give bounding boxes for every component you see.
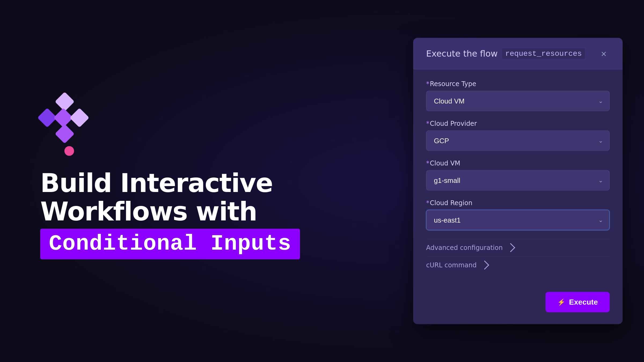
execute-button-label: Execute — [569, 298, 598, 306]
headline-line2: Workflows with — [40, 198, 300, 226]
cloud-region-label: *Cloud Region — [426, 199, 610, 207]
cloud-region-select-wrapper[interactable]: us-east1 us-west1 eu-west1 asia-east1 ⌄ — [426, 210, 610, 230]
curl-command-row[interactable]: cURL command — [426, 256, 610, 274]
dialog-title-code: request_resources — [502, 48, 585, 59]
dialog-title: Execute the flow request_resources — [426, 48, 585, 59]
close-button[interactable]: × — [598, 48, 610, 60]
dialog-header: Execute the flow request_resources × — [413, 38, 623, 69]
curl-command-label: cURL command — [426, 261, 477, 269]
headline-highlight: Conditional Inputs — [40, 229, 300, 259]
cloud-provider-select-wrapper[interactable]: GCP AWS Azure ⌄ — [426, 131, 610, 151]
required-marker-4: * — [426, 199, 429, 207]
resource-type-select[interactable]: Cloud VM Cloud Container Bare Metal — [426, 91, 610, 111]
required-marker-1: * — [426, 80, 429, 88]
cloud-provider-group: *Cloud Provider GCP AWS Azure ⌄ — [426, 120, 610, 151]
headline: Build Interactive Workflows with Conditi… — [40, 169, 300, 259]
resource-type-group: *Resource Type Cloud VM Cloud Container … — [426, 80, 610, 111]
logo — [40, 95, 86, 156]
advanced-config-row[interactable]: Advanced configuration — [426, 239, 610, 256]
cloud-vm-group: *Cloud VM g1-small n1-standard-1 n1-stan… — [426, 160, 610, 191]
headline-line1: Build Interactive — [40, 169, 300, 198]
logo-diamond-1 — [55, 92, 75, 112]
required-marker-2: * — [426, 120, 429, 127]
cloud-provider-select[interactable]: GCP AWS Azure — [426, 131, 610, 151]
cloud-provider-label: *Cloud Provider — [426, 120, 610, 127]
curl-command-chevron-icon — [480, 261, 489, 270]
cloud-region-select[interactable]: us-east1 us-west1 eu-west1 asia-east1 — [426, 210, 610, 230]
logo-diamond-5 — [55, 124, 75, 144]
advanced-config-chevron-icon — [506, 243, 515, 252]
cloud-vm-select[interactable]: g1-small n1-standard-1 n1-standard-2 e2-… — [426, 170, 610, 191]
left-panel: Build Interactive Workflows with Conditi… — [0, 0, 354, 362]
cloud-vm-select-wrapper[interactable]: g1-small n1-standard-1 n1-standard-2 e2-… — [426, 170, 610, 191]
required-marker-3: * — [426, 160, 429, 167]
cloud-region-group: *Cloud Region us-east1 us-west1 eu-west1… — [426, 199, 610, 230]
resource-type-select-wrapper[interactable]: Cloud VM Cloud Container Bare Metal ⌄ — [426, 91, 610, 111]
cloud-vm-label: *Cloud VM — [426, 160, 610, 167]
bolt-icon: ⚡ — [557, 298, 565, 306]
dialog-body: *Resource Type Cloud VM Cloud Container … — [413, 69, 623, 287]
execute-button[interactable]: ⚡ Execute — [546, 292, 610, 312]
advanced-config-label: Advanced configuration — [426, 244, 503, 252]
dialog-footer: ⚡ Execute — [413, 287, 623, 324]
resource-type-label: *Resource Type — [426, 80, 610, 88]
dialog-container: Execute the flow request_resources × *Re… — [413, 38, 623, 324]
execute-dialog: Execute the flow request_resources × *Re… — [413, 38, 623, 324]
logo-diamond-4 — [69, 108, 89, 128]
dialog-title-prefix: Execute the flow — [426, 49, 498, 59]
logo-red-dot — [64, 146, 74, 156]
